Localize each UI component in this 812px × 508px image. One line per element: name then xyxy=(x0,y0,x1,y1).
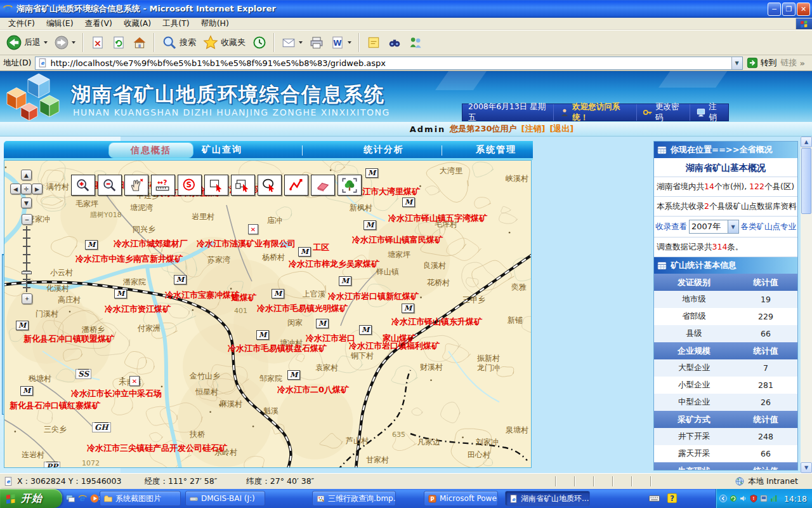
map-tool-zoom-out[interactable] xyxy=(98,175,122,196)
word-button[interactable]: W xyxy=(328,34,354,51)
mine-marker[interactable]: M xyxy=(287,370,300,380)
map-tool-full-extent[interactable] xyxy=(337,175,362,196)
go-button[interactable]: 转到 xyxy=(747,57,777,69)
pan-up-button[interactable]: ▲ xyxy=(21,170,32,180)
mine-marker[interactable]: M xyxy=(402,304,414,313)
history-button[interactable] xyxy=(250,34,269,51)
pan-center-button[interactable]: ✛ xyxy=(21,184,32,194)
ss-marker[interactable]: SS xyxy=(75,369,91,379)
change-password-link[interactable]: 更改密码 xyxy=(636,104,690,121)
mine-marker[interactable]: M xyxy=(363,220,376,230)
mine-marker[interactable]: M xyxy=(339,276,351,286)
taskbar-task[interactable]: e湖南省矿山地质环... xyxy=(505,491,590,506)
mine-marker[interactable]: M xyxy=(256,330,269,340)
logout-link[interactable]: 注销 xyxy=(690,104,728,121)
map-viewport[interactable]: 新化县梁竹田已底煤矿冷水江市永红煤矿冷水江市洞竹山采石场冷水江市大湾里煤矿冷水江… xyxy=(4,160,532,468)
taskbar-task[interactable]: 系统截图图片 xyxy=(100,491,181,506)
taskbar-task[interactable]: PMicrosoft PowerP... xyxy=(424,491,498,506)
map-tool-select-rect[interactable] xyxy=(204,175,228,196)
menu-item[interactable]: 帮助(H) xyxy=(195,18,235,30)
refresh-button[interactable] xyxy=(109,34,128,51)
tray-chev-icon[interactable] xyxy=(719,494,728,503)
quarry-marker[interactable]: ✕ xyxy=(129,376,140,386)
tab-4[interactable]: 系统管理 xyxy=(461,144,532,156)
map-tool-draw-line[interactable] xyxy=(284,175,308,196)
close-button[interactable]: ✕ xyxy=(797,3,810,16)
taskbar-task[interactable]: 三维行政查询.bmp... xyxy=(312,491,396,506)
menu-item[interactable]: 工具(T) xyxy=(157,18,195,30)
mine-marker[interactable]: M xyxy=(298,247,311,257)
map-tool-eraser[interactable] xyxy=(311,175,335,196)
minimize-button[interactable]: ─ xyxy=(768,3,781,16)
pan-down-button[interactable]: ▼ xyxy=(21,197,32,208)
mail-button[interactable] xyxy=(279,34,305,51)
research-button[interactable] xyxy=(385,34,404,51)
zoom-plus-button[interactable]: ＋ xyxy=(22,293,32,304)
print-button[interactable] xyxy=(307,34,326,51)
edit-button[interactable] xyxy=(364,34,383,51)
gh-marker[interactable]: GH xyxy=(92,422,111,432)
map-tool-measure[interactable]: ↔? xyxy=(151,175,175,196)
quicklaunch-ie-icon[interactable]: e xyxy=(77,493,88,504)
search-button[interactable]: 搜索 xyxy=(159,34,199,51)
pp-marker[interactable]: PP xyxy=(44,462,60,468)
zoom-slider-track[interactable] xyxy=(26,226,27,292)
address-input[interactable]: e http://localhost/%e7%9f%bf%e5%b1%b1%e5… xyxy=(35,57,742,70)
menu-item[interactable]: 文件(F) xyxy=(3,18,41,30)
mine-marker[interactable]: M xyxy=(174,275,187,284)
mine-marker[interactable]: M xyxy=(365,168,378,178)
stop-button[interactable]: × xyxy=(88,34,107,51)
menu-item[interactable]: 收藏(A) xyxy=(118,18,157,30)
pan-right-button[interactable]: ▶ xyxy=(32,184,43,194)
mine-marker[interactable]: M xyxy=(114,289,127,298)
map-tool-unselect-rect[interactable] xyxy=(231,175,255,196)
tray-chart-icon[interactable] xyxy=(769,494,778,503)
year-select[interactable]: 2007年 ▼ xyxy=(689,220,739,234)
address-dropdown-icon[interactable]: ▼ xyxy=(731,57,742,69)
links-button[interactable]: 链接» xyxy=(781,57,809,69)
select-arrow-icon[interactable]: ▼ xyxy=(728,220,738,233)
exit-text-link[interactable]: [退出] xyxy=(549,123,573,135)
map-tool-select-circle[interactable] xyxy=(258,175,282,196)
lang-question-icon[interactable]: ? xyxy=(666,492,678,504)
zoom-slider-handle[interactable] xyxy=(22,271,32,274)
mine-marker[interactable]: M xyxy=(16,321,29,330)
map-tool-pan[interactable] xyxy=(124,175,148,196)
mine-marker[interactable]: M xyxy=(20,386,33,396)
map-tool-zoom-in[interactable] xyxy=(71,175,95,196)
favorites-button[interactable]: 收藏夹 xyxy=(200,34,248,51)
tab-2[interactable]: 矿山查询 xyxy=(187,144,258,156)
mine-marker[interactable]: M xyxy=(272,289,284,298)
back-button[interactable]: 后退 xyxy=(4,34,50,51)
zoom-minus-button[interactable]: − xyxy=(22,214,32,225)
tab-1[interactable]: 信息概括 xyxy=(108,142,193,158)
mine-marker[interactable]: M xyxy=(85,240,98,250)
taskbar-task[interactable]: DMGIS-BAI (J:) xyxy=(185,491,265,506)
lang-keyboard-icon[interactable] xyxy=(648,492,660,504)
window-scrollbar[interactable]: ▲ ▼ xyxy=(801,137,812,473)
mine-marker[interactable]: M xyxy=(402,197,415,207)
messenger-button[interactable] xyxy=(406,34,425,51)
quicklaunch-media-icon[interactable] xyxy=(89,493,100,504)
tray-app-icon[interactable] xyxy=(759,494,768,503)
mine-marker[interactable]: M xyxy=(359,325,372,335)
tray-shield-icon[interactable]: ! xyxy=(749,494,758,503)
menu-item[interactable]: 查看(V) xyxy=(79,18,118,30)
pan-left-button[interactable]: ◀ xyxy=(10,184,21,194)
map-tool-select-s[interactable]: S xyxy=(178,175,202,196)
quarry-marker[interactable]: ✕ xyxy=(248,224,258,234)
tray-swirl-icon[interactable] xyxy=(729,494,738,503)
scroll-down-icon[interactable]: ▼ xyxy=(801,462,812,473)
home-button[interactable] xyxy=(130,34,149,51)
start-button[interactable]: 开始 xyxy=(0,489,62,508)
quicklaunch-desktop-icon[interactable] xyxy=(65,493,76,504)
maximize-button[interactable]: ❐ xyxy=(782,3,796,16)
tab-3[interactable]: 统计分析 xyxy=(348,144,419,156)
scroll-thumb[interactable] xyxy=(801,148,811,214)
forward-button[interactable] xyxy=(52,34,78,51)
menu-item[interactable]: 编辑(E) xyxy=(41,18,79,30)
mine-marker[interactable]: M xyxy=(316,319,329,328)
scroll-up-icon[interactable]: ▲ xyxy=(801,137,812,147)
tray-speaker-icon[interactable] xyxy=(739,494,748,503)
logout-text-link[interactable]: [注销] xyxy=(521,123,545,135)
